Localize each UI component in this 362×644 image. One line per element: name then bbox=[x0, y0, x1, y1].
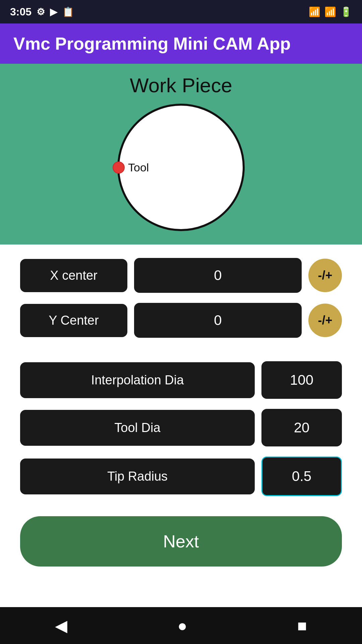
tool-dot bbox=[113, 161, 125, 173]
x-center-toggle[interactable]: -/+ bbox=[308, 259, 342, 292]
y-center-toggle[interactable]: -/+ bbox=[308, 304, 342, 337]
tool-label: Tool bbox=[128, 161, 149, 174]
tool-dia-value[interactable]: 20 bbox=[261, 409, 342, 446]
x-center-value[interactable]: 0 bbox=[134, 258, 302, 293]
tip-radius-input[interactable] bbox=[261, 457, 342, 496]
tip-radius-label[interactable]: Tip Radius bbox=[20, 459, 255, 494]
status-bar: 3:05 ⚙ ▶ 📋 📶 📶 🔋 bbox=[0, 0, 362, 23]
y-center-row: Y Center 0 -/+ bbox=[20, 303, 342, 338]
tip-radius-row: Tip Radius bbox=[20, 457, 342, 496]
status-time: 3:05 bbox=[10, 6, 32, 18]
app-bar: Vmc Programming Mini CAM App bbox=[0, 23, 362, 64]
settings-icon: ⚙ bbox=[37, 6, 45, 17]
work-circle: Tool bbox=[117, 104, 245, 231]
tool-dia-label[interactable]: Tool Dia bbox=[20, 410, 255, 446]
section-gap bbox=[20, 348, 342, 355]
tool-indicator: Tool bbox=[113, 161, 149, 174]
recent-button[interactable]: ■ bbox=[297, 616, 307, 635]
app-title: Vmc Programming Mini CAM App bbox=[13, 34, 291, 54]
circle-container: Tool bbox=[106, 104, 256, 231]
interpolation-dia-row: Interpolation Dia 100 bbox=[20, 361, 342, 399]
canvas-area: Work Piece Tool bbox=[0, 64, 362, 245]
signal-icon: 📶 bbox=[324, 6, 336, 17]
tool-dia-row: Tool Dia 20 bbox=[20, 409, 342, 446]
interpolation-dia-label[interactable]: Interpolation Dia bbox=[20, 362, 255, 398]
work-piece-title: Work Piece bbox=[130, 74, 232, 97]
home-button[interactable]: ● bbox=[177, 616, 187, 635]
clipboard-icon: 📋 bbox=[62, 6, 74, 17]
next-button[interactable]: Next bbox=[20, 516, 342, 567]
main-content: X center 0 -/+ Y Center 0 -/+ Interpolat… bbox=[0, 245, 362, 607]
interpolation-dia-value[interactable]: 100 bbox=[261, 361, 342, 399]
back-button[interactable]: ◀ bbox=[55, 616, 67, 635]
protect-icon: ▶ bbox=[50, 6, 57, 17]
battery-icon: 🔋 bbox=[340, 6, 352, 17]
x-center-label[interactable]: X center bbox=[20, 259, 127, 292]
wifi-icon: 📶 bbox=[309, 6, 320, 17]
nav-bar: ◀ ● ■ bbox=[0, 607, 362, 644]
x-center-row: X center 0 -/+ bbox=[20, 258, 342, 293]
y-center-label[interactable]: Y Center bbox=[20, 304, 127, 337]
y-center-value[interactable]: 0 bbox=[134, 303, 302, 338]
